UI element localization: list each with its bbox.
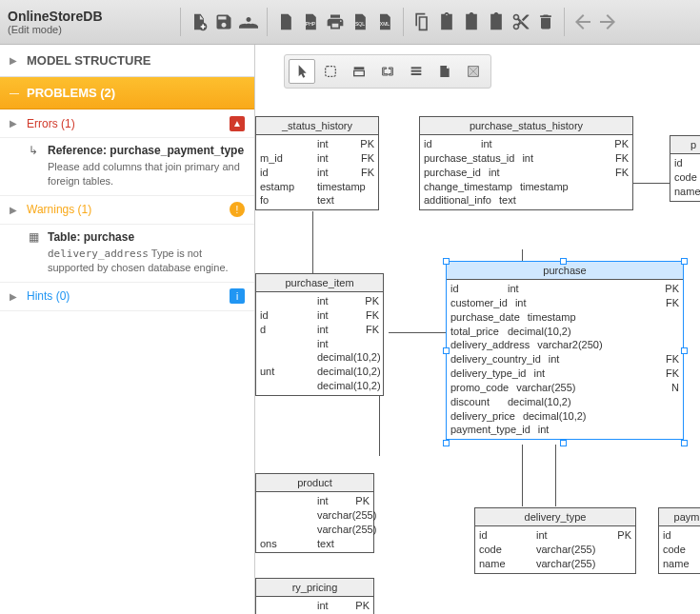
table-column-row[interactable]: dintFK (260, 323, 379, 337)
table-column-row[interactable]: intPK (260, 494, 370, 508)
table-column-row[interactable]: codevarchar(255) (479, 543, 631, 557)
warnings-row[interactable]: ▶ Warnings (1) ! (0, 196, 254, 225)
table-p-right[interactable]: pidcodename (670, 135, 700, 202)
xml-export-icon[interactable]: XML (372, 10, 397, 34)
resize-handle[interactable] (681, 440, 688, 446)
connector (555, 445, 556, 506)
table-column-row[interactable]: varchar(255) (260, 523, 370, 537)
table-column-row[interactable]: purchase_datetimestamp (450, 310, 679, 325)
table-column-row[interactable]: m_idintFK (260, 151, 374, 166)
copy-icon[interactable] (410, 10, 434, 34)
problems-label: PROBLEMS (2) (27, 86, 115, 100)
table-column-row[interactable]: promo_codevarchar(255)N (450, 381, 679, 395)
resize-handle[interactable] (560, 440, 567, 446)
table-column-row[interactable]: delivery_pricedecimal(10,2) (450, 409, 679, 424)
table-status-history[interactable]: _status_historyintPKm_idintFKidintFKesta… (255, 116, 379, 210)
table-tool-icon[interactable] (346, 59, 372, 84)
table-column-row[interactable]: codevarcha (663, 543, 700, 557)
model-structure-header[interactable]: ▶ MODEL STRUCTURE (0, 45, 254, 77)
table-column-row[interactable]: idintPK (450, 282, 679, 296)
edit-mode-label: (Edit mode) (8, 24, 174, 35)
back-icon[interactable] (570, 10, 595, 34)
diagram-canvas[interactable]: _status_historyintPKm_idintFKidintFKesta… (255, 45, 700, 614)
table-column-row[interactable]: code (674, 170, 700, 185)
hints-row[interactable]: ▶ Hints (0) i (0, 283, 254, 311)
table-ry-pricing[interactable]: ry_pricingintPK (255, 578, 374, 614)
table-column-row[interactable]: fotext (260, 193, 374, 208)
table-column-row[interactable]: estamptimestamp (260, 180, 374, 194)
pointer-tool-icon[interactable] (289, 59, 315, 84)
error-item[interactable]: ↳ Reference: purchase_payment_type Pleas… (0, 138, 254, 196)
table-column-row[interactable]: intPK (260, 137, 374, 151)
table-column-row[interactable]: idintFK (260, 166, 374, 180)
table-purchase[interactable]: purchaseidintPKcustomer_idintFKpurchase_… (446, 261, 684, 440)
cut-icon[interactable] (509, 10, 533, 34)
table-column-row[interactable]: delivery_type_idintFK (450, 366, 679, 381)
table-column-row[interactable]: change_timestamptimestamp (424, 180, 629, 194)
connector (522, 445, 523, 506)
table-delivery-type[interactable]: delivery_typeidintPKcodevarchar(255)name… (474, 507, 636, 574)
table-column-row[interactable]: intPK (260, 599, 370, 613)
resize-handle[interactable] (443, 258, 450, 265)
table-column-row[interactable]: namevarchar(255) (479, 557, 631, 571)
table-column-row[interactable]: delivery_country_idintFK (450, 352, 679, 366)
select-tool-icon[interactable] (317, 59, 344, 84)
resize-handle[interactable] (443, 347, 450, 354)
php-export-icon[interactable]: PHP (298, 10, 323, 34)
delete-icon[interactable] (533, 10, 558, 34)
table-column-row[interactable]: delivery_addressvarchar2(250) (450, 338, 679, 352)
paste-icon[interactable] (434, 10, 459, 34)
print-icon[interactable] (323, 10, 348, 34)
relation-tool-icon[interactable] (374, 59, 401, 84)
sql-export-icon[interactable]: SQL (348, 10, 372, 34)
table-column-row[interactable]: int (260, 337, 379, 351)
table-column-row[interactable]: idint (663, 528, 700, 543)
grid-tool-icon[interactable] (403, 59, 430, 84)
table-column-row[interactable]: onstext (260, 537, 370, 551)
table-column-row[interactable]: name (674, 185, 700, 199)
resize-handle[interactable] (681, 347, 688, 354)
forward-icon[interactable] (595, 10, 620, 34)
table-column-row[interactable]: idintPK (479, 528, 631, 543)
table-column-row[interactable]: decimal(10,2) (260, 350, 379, 365)
warnings-label: Warnings (1) (27, 203, 91, 216)
save-icon[interactable] (211, 10, 236, 34)
table-purchase-status-history[interactable]: purchase_status_historyidintPKpurchase_s… (419, 116, 633, 210)
errors-row[interactable]: ▶ Errors (1) ▲ (0, 109, 254, 138)
problems-header[interactable]: — PROBLEMS (2) (0, 77, 254, 109)
table-column-row[interactable]: idintFK (260, 308, 379, 323)
note-tool-icon[interactable] (431, 59, 458, 84)
table-column-row[interactable]: purchase_status_idintFK (424, 151, 629, 166)
separator (267, 8, 268, 36)
table-column-row[interactable]: varchar(255) (260, 508, 370, 523)
resize-handle[interactable] (443, 440, 450, 446)
connector (389, 332, 446, 333)
warning-item[interactable]: ▦ Table: purchase delivery_address Type … (0, 225, 254, 283)
clipboard-2-icon[interactable] (484, 10, 509, 34)
table-column-row[interactable]: customer_idintFK (450, 296, 679, 310)
table-column-row[interactable]: decimal(10,2) (260, 379, 379, 393)
table-column-row[interactable]: namevarcha (663, 557, 700, 571)
table-column-row[interactable]: total_pricedecimal(10,2) (450, 325, 679, 339)
resize-handle[interactable] (681, 258, 688, 265)
table-column-row[interactable]: payment_type_idint (450, 423, 679, 437)
image-export-icon[interactable] (273, 10, 298, 34)
table-title: product (256, 474, 373, 492)
area-tool-icon[interactable] (460, 59, 487, 84)
table-column-row[interactable]: discountdecimal(10,2) (450, 395, 679, 409)
table-product[interactable]: productintPKvarchar(255)varchar(255)onst… (255, 473, 374, 553)
reference-icon: ↳ (29, 144, 42, 157)
new-file-icon[interactable] (187, 10, 211, 34)
table-column-row[interactable]: idintPK (424, 137, 629, 151)
clipboard-icon[interactable] (459, 10, 484, 34)
table-column-row[interactable]: additional_infotext (424, 193, 629, 208)
resize-handle[interactable] (560, 258, 567, 265)
table-column-row[interactable]: untdecimal(10,2) (260, 365, 379, 379)
table-payment-type[interactable]: payment_tyidintcodevarchanamevarcha (658, 507, 700, 574)
table-column-row[interactable]: intPK (260, 294, 379, 308)
canvas-toolbar (284, 54, 491, 89)
share-icon[interactable] (236, 10, 261, 34)
table-column-row[interactable]: purchase_idintFK (424, 166, 629, 180)
table-column-row[interactable]: id (674, 156, 700, 170)
table-purchase-item[interactable]: purchase_itemintPKidintFKdintFKintdecima… (255, 273, 384, 396)
